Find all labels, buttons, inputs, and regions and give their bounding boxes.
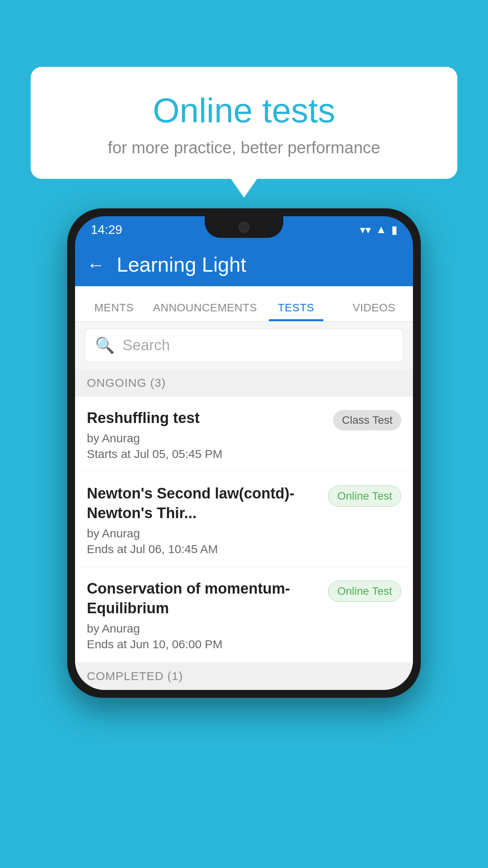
tab-videos[interactable]: VIDEOS bbox=[335, 302, 413, 321]
app-title: Learning Light bbox=[117, 253, 246, 276]
phone-notch bbox=[205, 216, 283, 238]
search-box[interactable]: 🔍 Search bbox=[85, 329, 403, 362]
bubble-title: Online tests bbox=[50, 90, 438, 131]
back-arrow-icon[interactable]: ← bbox=[87, 254, 105, 275]
test-info: Reshuffling test by Anurag Starts at Jul… bbox=[87, 408, 325, 461]
test-item[interactable]: Reshuffling test by Anurag Starts at Jul… bbox=[75, 397, 413, 472]
status-icons: ▾▾ ▲ ▮ bbox=[360, 223, 397, 236]
ongoing-section-header: ONGOING (3) bbox=[75, 369, 413, 397]
test-item[interactable]: Newton's Second law(contd)-Newton's Thir… bbox=[75, 472, 413, 567]
test-item[interactable]: Conservation of momentum-Equilibrium by … bbox=[75, 567, 413, 662]
completed-section-header: COMPLETED (1) bbox=[75, 662, 413, 690]
tabs-bar: MENTS ANNOUNCEMENTS TESTS VIDEOS bbox=[75, 286, 413, 322]
tab-announcements[interactable]: ANNOUNCEMENTS bbox=[153, 302, 257, 321]
test-author: by Anurag bbox=[87, 527, 320, 540]
search-container: 🔍 Search bbox=[75, 322, 413, 369]
completed-label: COMPLETED (1) bbox=[87, 669, 183, 682]
tab-tests[interactable]: TESTS bbox=[257, 302, 335, 321]
test-badge-class: Class Test bbox=[333, 410, 401, 430]
battery-icon: ▮ bbox=[391, 223, 397, 236]
test-name: Reshuffling test bbox=[87, 408, 325, 428]
test-date: Starts at Jul 05, 05:45 PM bbox=[87, 447, 325, 461]
phone-device: 14:29 ▾▾ ▲ ▮ ← Learning Light MENTS ANNO… bbox=[67, 208, 421, 698]
test-date: Ends at Jul 06, 10:45 AM bbox=[87, 542, 320, 556]
signal-icon: ▲ bbox=[376, 223, 387, 236]
phone-camera bbox=[238, 222, 250, 233]
test-info: Conservation of momentum-Equilibrium by … bbox=[87, 579, 320, 651]
ongoing-label: ONGOING (3) bbox=[87, 376, 166, 389]
bubble-subtitle: for more practice, better performance bbox=[50, 138, 438, 157]
test-name: Conservation of momentum-Equilibrium bbox=[87, 579, 320, 618]
search-placeholder: Search bbox=[123, 337, 170, 354]
status-time: 14:29 bbox=[91, 223, 122, 237]
test-badge-online-2: Online Test bbox=[328, 581, 401, 602]
tab-ments[interactable]: MENTS bbox=[75, 302, 153, 321]
test-author: by Anurag bbox=[87, 432, 325, 445]
test-date: Ends at Jun 10, 06:00 PM bbox=[87, 638, 320, 651]
test-name: Newton's Second law(contd)-Newton's Thir… bbox=[87, 484, 320, 523]
test-badge-online: Online Test bbox=[328, 485, 401, 507]
speech-bubble: Online tests for more practice, better p… bbox=[31, 67, 457, 179]
app-header: ← Learning Light bbox=[75, 243, 413, 286]
test-author: by Anurag bbox=[87, 622, 320, 635]
phone-screen: 🔍 Search ONGOING (3) Reshuffling test by… bbox=[75, 322, 413, 690]
phone-inner: 14:29 ▾▾ ▲ ▮ ← Learning Light MENTS ANNO… bbox=[75, 216, 413, 690]
search-icon: 🔍 bbox=[95, 336, 115, 355]
test-list: Reshuffling test by Anurag Starts at Jul… bbox=[75, 397, 413, 662]
phone-outer: 14:29 ▾▾ ▲ ▮ ← Learning Light MENTS ANNO… bbox=[67, 208, 421, 698]
test-info: Newton's Second law(contd)-Newton's Thir… bbox=[87, 484, 320, 556]
wifi-icon: ▾▾ bbox=[360, 223, 371, 236]
